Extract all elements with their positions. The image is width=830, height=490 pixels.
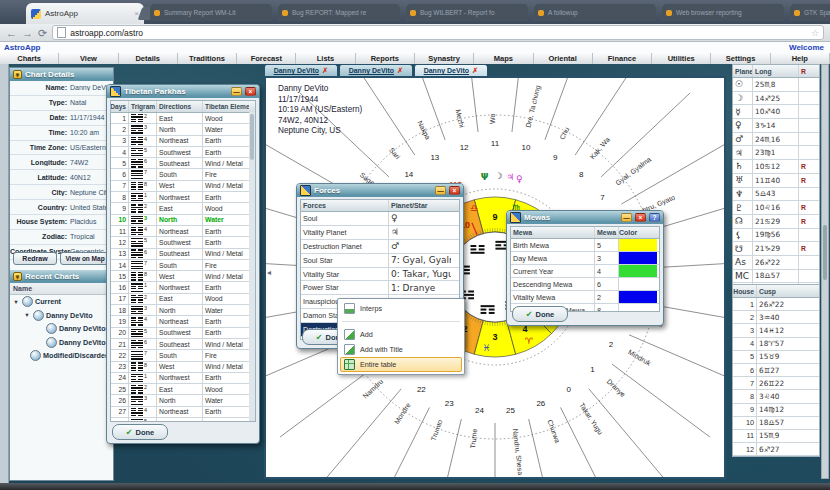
- planet-row[interactable]: As 26♐22: [733, 256, 819, 270]
- planet-row[interactable]: ♆ 5♎43: [733, 188, 819, 202]
- parkhas-scrollbar[interactable]: [249, 112, 255, 421]
- parkhas-row[interactable]: 14 7 South Fire: [111, 260, 255, 271]
- forces-title-bar[interactable]: Forces — ×: [297, 184, 463, 197]
- welcome-link[interactable]: Welcome: [789, 43, 824, 52]
- planet-row[interactable]: ♅ 11♊40 R: [733, 174, 819, 188]
- parkhas-row[interactable]: 18 3 North Water: [111, 305, 255, 316]
- house-row[interactable]: 9 14♍12: [733, 404, 819, 417]
- bookmark-star-icon[interactable]: ☆: [811, 28, 819, 38]
- close-icon[interactable]: ×: [245, 87, 256, 96]
- planet-row[interactable]: MC 18♎57: [733, 270, 819, 284]
- parkhas-row[interactable]: 21 6 Southeast Wind / Metal: [111, 339, 255, 350]
- parkhas-row[interactable]: 8 1 Northwest Earth: [111, 192, 255, 203]
- windows-taskbar[interactable]: [0, 483, 830, 490]
- parkhas-row[interactable]: 4 5 Southwest Earth: [111, 147, 255, 158]
- minimize-icon[interactable]: —: [231, 87, 242, 96]
- tree-item[interactable]: ▼ Current: [10, 295, 113, 309]
- parkhas-row[interactable]: 19 4 Northeast Earth: [111, 316, 255, 327]
- forces-row[interactable]: Vitality Star 0: Takar, Yugu: [301, 268, 459, 282]
- parkhas-row[interactable]: 22 7 South Fire: [111, 350, 255, 361]
- menu-item[interactable]: Utilities: [652, 53, 711, 64]
- menu-item[interactable]: Finance: [593, 53, 652, 64]
- forces-row[interactable]: Destruction Planet ♂: [301, 240, 459, 254]
- chart-details-header[interactable]: ▼ Chart Details: [10, 68, 113, 81]
- planet-row[interactable]: ♂ 24♏16: [733, 133, 819, 147]
- menu-item[interactable]: Help: [771, 53, 830, 64]
- planet-row[interactable]: ♄ 10♋12 R: [733, 160, 819, 174]
- mewas-row[interactable]: Descending Mewa 6: [511, 278, 659, 291]
- house-row[interactable]: 11 15♏9: [733, 430, 819, 443]
- tree-item[interactable]: Danny DeVito: [10, 322, 113, 336]
- menu-item[interactable]: Charts: [0, 53, 59, 64]
- parkhas-row[interactable]: 23 8 West Wind / Metal: [111, 362, 255, 373]
- parkhas-row[interactable]: 1 2 East Wood: [111, 113, 255, 124]
- forces-row[interactable]: Soul Star 7: Gyal, Gyalma: [301, 254, 459, 268]
- address-bar[interactable]: astroapp.com/astro ☆: [52, 25, 824, 40]
- menu-item[interactable]: Synastry: [415, 53, 474, 64]
- house-row[interactable]: 4 18♈57: [733, 338, 819, 351]
- background-tab[interactable]: Bug WILBERT - Report fo: [406, 4, 528, 21]
- parkhas-row[interactable]: 5 6 Southeast Wind / Metal: [111, 158, 255, 169]
- parkhas-row[interactable]: 28 5 Southwest Earth: [111, 418, 255, 422]
- house-row[interactable]: 3 14♓12: [733, 324, 819, 337]
- background-tab[interactable]: GTK Space Dev Inbox: [790, 4, 830, 21]
- right-scrollbar[interactable]: [821, 64, 829, 479]
- menu-item[interactable]: Details: [119, 53, 178, 64]
- app-brand-link[interactable]: AstroApp: [4, 43, 40, 52]
- house-row[interactable]: 10 18♎57: [733, 417, 819, 430]
- chart-tab-close-icon[interactable]: ✗: [397, 66, 403, 75]
- planet-row[interactable]: ♇ 10♌16 R: [733, 201, 819, 215]
- menu-item[interactable]: Lists: [296, 53, 355, 64]
- forces-row[interactable]: Power Star 1: Dranye: [301, 281, 459, 295]
- planet-row[interactable]: ♀ 3♑14: [733, 119, 819, 133]
- planet-row[interactable]: ⚸ 19♍56: [733, 229, 819, 243]
- menu-item[interactable]: Forecast: [237, 53, 296, 64]
- background-tab[interactable]: Web browser reporting: [662, 4, 784, 21]
- chart-tab-close-icon[interactable]: ✗: [472, 66, 478, 75]
- parkhas-row[interactable]: 17 2 East Wood: [111, 294, 255, 305]
- context-menu-item[interactable]: Interps: [340, 301, 462, 316]
- tree-expander-icon[interactable]: ▼: [12, 299, 20, 305]
- redraw-button[interactable]: Redraw: [13, 252, 57, 265]
- menu-item[interactable]: Oriental: [534, 53, 593, 64]
- recent-charts-header[interactable]: ▼ Recent Charts: [10, 270, 113, 283]
- forward-icon[interactable]: →: [22, 27, 33, 39]
- context-menu-item[interactable]: Add: [340, 327, 462, 342]
- menu-item[interactable]: Reports: [356, 53, 415, 64]
- left-edge-strip[interactable]: [0, 64, 9, 483]
- parkhas-row[interactable]: 11 4 Northeast Earth: [111, 226, 255, 237]
- planet-row[interactable]: ♃ 23♍1: [733, 146, 819, 160]
- house-row[interactable]: 1 26♐22: [733, 298, 819, 311]
- browser-tab-active[interactable]: AstroApp ×: [26, 3, 144, 24]
- background-tab[interactable]: A followup: [534, 4, 656, 21]
- parkhas-done-button[interactable]: ✔ Done: [112, 424, 168, 440]
- house-row[interactable]: 8 3♌40: [733, 390, 819, 403]
- planet-row[interactable]: ☊ 21♋29 R: [733, 215, 819, 229]
- planet-row[interactable]: ☿ 10♐40: [733, 105, 819, 119]
- tree-expander-icon[interactable]: ▼: [23, 312, 31, 318]
- help-icon[interactable]: ?: [649, 213, 660, 222]
- forces-row[interactable]: Vitality Planet ♃: [301, 226, 459, 240]
- menu-item[interactable]: Traditions: [178, 53, 237, 64]
- parkhas-row[interactable]: 26 3 North Water: [111, 395, 255, 406]
- background-tab[interactable]: Summary Report WM-Lit: [150, 4, 272, 21]
- background-tab[interactable]: Bug REPORT: Mapped re: [278, 4, 400, 21]
- parkhas-row[interactable]: 2 3 North Water: [111, 124, 255, 135]
- chart-tab-close-icon[interactable]: ✗: [322, 66, 328, 75]
- close-icon[interactable]: ×: [635, 213, 646, 222]
- mewas-done-button[interactable]: ✔ Done: [512, 306, 568, 322]
- forces-row[interactable]: Soul ♀: [301, 212, 459, 226]
- parkhas-title-bar[interactable]: Tibetan Parkhas — ×: [107, 85, 259, 98]
- menu-item[interactable]: Settings: [711, 53, 770, 64]
- chart-tab[interactable]: Danny DeVito ✗: [264, 64, 338, 76]
- chart-tab[interactable]: Danny DeVito ✗: [414, 64, 488, 76]
- parkhas-row[interactable]: 3 4 Northeast Earth: [111, 136, 255, 147]
- parkhas-row[interactable]: 25 2 East Wood: [111, 384, 255, 395]
- parkhas-row[interactable]: 6 7 South Fire: [111, 169, 255, 180]
- back-icon[interactable]: ←: [6, 27, 17, 39]
- menu-item[interactable]: View: [59, 53, 118, 64]
- mewas-row[interactable]: Vitality Mewa 2: [511, 291, 659, 304]
- view-on-map-button[interactable]: View on Map: [60, 252, 110, 265]
- mewas-row[interactable]: Birth Mewa 5: [511, 239, 659, 252]
- house-row[interactable]: 7 26♊22: [733, 377, 819, 390]
